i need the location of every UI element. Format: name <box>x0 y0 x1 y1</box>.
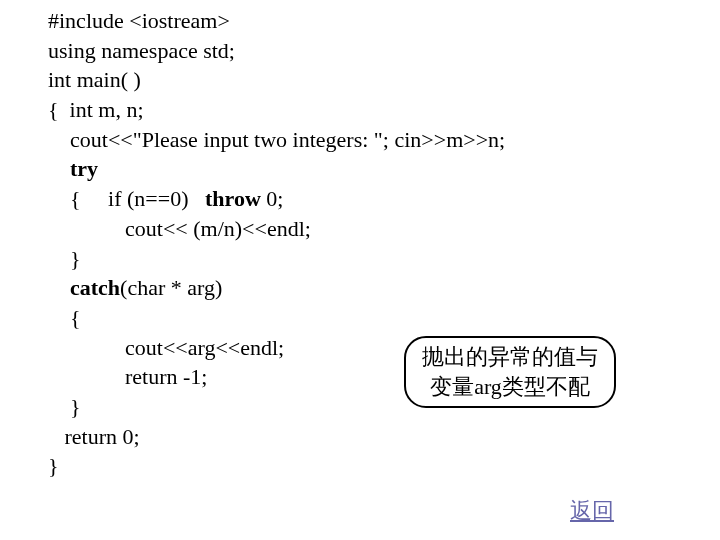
code-line: } <box>48 244 672 274</box>
code-text: { if (n==0) <box>48 186 205 211</box>
annotation-callout: 抛出的异常的值与 变量arg类型不配 <box>404 336 616 408</box>
keyword-try: try <box>70 156 98 181</box>
code-line: int main( ) <box>48 65 672 95</box>
code-block: #include <iostream> using namespace std;… <box>48 6 672 534</box>
code-line: return 0; <box>48 422 672 452</box>
keyword-catch: catch <box>70 275 120 300</box>
code-line: } <box>48 451 672 481</box>
code-line: { <box>48 303 672 333</box>
code-line: { if (n==0) throw 0; <box>48 184 672 214</box>
code-line: catch(char * arg) <box>48 273 672 303</box>
code-line: #include <iostream> <box>48 6 672 36</box>
code-line: using namespace std; <box>48 36 672 66</box>
code-line: cout<< (m/n)<<endl; <box>48 214 672 244</box>
return-link[interactable]: 返回 <box>570 496 614 526</box>
code-line: { int m, n; <box>48 95 672 125</box>
keyword-throw: throw <box>205 186 261 211</box>
code-line: try <box>48 154 672 184</box>
callout-line: 抛出的异常的值与 <box>414 342 606 372</box>
code-text <box>48 275 70 300</box>
callout-line: 变量arg类型不配 <box>414 372 606 402</box>
code-text: 0; <box>261 186 284 211</box>
code-line: cout<<"Please input two integers: "; cin… <box>48 125 672 155</box>
code-text: (char * arg) <box>120 275 222 300</box>
code-text <box>48 156 70 181</box>
